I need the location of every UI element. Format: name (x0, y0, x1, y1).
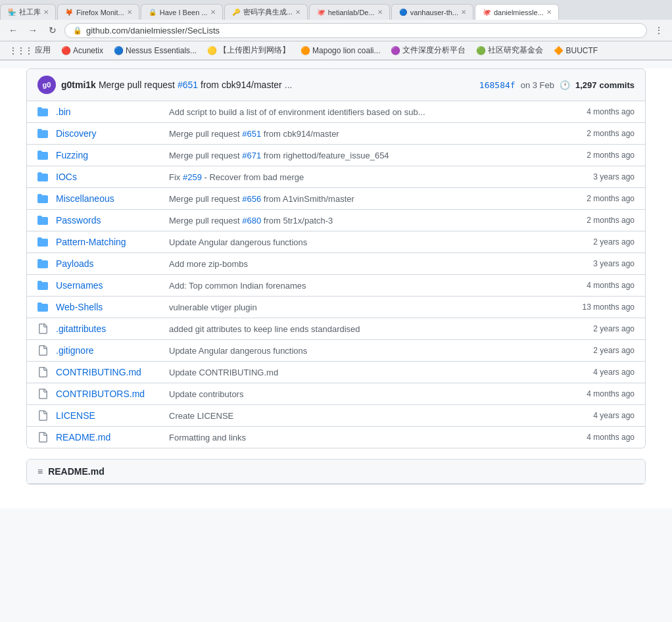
bookmark-apps[interactable]: ⋮⋮⋮ 应用 (5, 43, 55, 57)
tab-5[interactable]: 🐙 hetianlab/De... ✕ (309, 4, 390, 20)
bookmark-acunetix[interactable]: 🔴 Acunetix (57, 45, 107, 57)
table-row: README.mdFormatting and links4 months ag… (27, 427, 645, 448)
folder-icon (37, 172, 48, 182)
pr-number-link[interactable]: #651 (178, 80, 198, 90)
readme-title: README.md (48, 466, 105, 477)
commit-pr-link[interactable]: #680 (242, 216, 261, 226)
commit-pr-link[interactable]: #259 (183, 172, 202, 182)
bookmark-acunetix-icon: 🔴 (61, 46, 71, 55)
reload-button[interactable]: ↻ (45, 22, 60, 38)
tab-5-favicon: 🐙 (316, 8, 325, 17)
bookmark-mapogo[interactable]: 🟠 Mapogo lion coali... (297, 45, 384, 57)
commit-ellipsis: ... (285, 80, 293, 90)
file-name[interactable]: Fuzzing (56, 150, 161, 160)
table-row: Pattern-MatchingUpdate Angular dangerous… (27, 231, 645, 253)
table-row: IOCsFix #259 - Recover from bad merge3 y… (27, 166, 645, 188)
tab-6-title: vanhauser-th... (410, 9, 458, 16)
table-row: Web-Shellsvulnerable vtiger plugin13 mon… (27, 297, 645, 318)
tab-6-favicon: 🔵 (398, 8, 408, 17)
file-commit-message: Fix #259 - Recover from bad merge (169, 172, 554, 182)
commit-info: g0tmi1k Merge pull request #651 from cbk… (61, 80, 474, 90)
page-body: g0 g0tmi1k Merge pull request #651 from … (0, 68, 672, 508)
tab-2[interactable]: 🦊 Firefox Monit... ✕ (57, 4, 139, 20)
table-row: PayloadsAdd more zip-bombs3 years ago (27, 253, 645, 275)
extensions-button[interactable]: ⋮ (651, 22, 667, 38)
bookmark-apps-icon: ⋮⋮⋮ (9, 46, 33, 55)
tab-5-close[interactable]: ✕ (377, 9, 383, 16)
bookmark-mapogo-label: Mapogo lion coali... (312, 46, 380, 55)
bookmark-nessus[interactable]: 🔵 Nessus Essentials... (110, 45, 201, 57)
file-name[interactable]: IOCs (56, 172, 161, 182)
file-time: 13 months ago (562, 302, 635, 312)
tab-1[interactable]: 🏪 社工库 ✕ (0, 4, 56, 20)
commit-header: g0 g0tmi1k Merge pull request #651 from … (26, 68, 646, 101)
file-name[interactable]: CONTRIBUTING.md (56, 367, 161, 377)
tab-3[interactable]: 🔒 Have I Been ... ✕ (141, 4, 223, 20)
bookmark-upload-label: 【上传图片到网络】 (219, 45, 290, 56)
file-name[interactable]: Usernames (56, 280, 161, 291)
bookmarks-bar: ⋮⋮⋮ 应用 🔴 Acunetix 🔵 Nessus Essentials...… (0, 41, 672, 60)
file-commit-message: Merge pull request #656 from A1vinSmith/… (169, 194, 554, 204)
address-bar[interactable]: 🔒 github.com/danielmiessler/SecLists (64, 23, 647, 38)
file-name[interactable]: .gitignore (56, 345, 161, 356)
tab-7[interactable]: 🐙 danielmiessle... ✕ (475, 4, 559, 20)
commit-pr-link[interactable]: #671 (242, 151, 261, 160)
bookmark-fileanalysis-label: 文件深度分析平台 (402, 45, 466, 56)
bookmark-fileanalysis[interactable]: 🟣 文件深度分析平台 (387, 43, 469, 57)
file-name[interactable]: Payloads (56, 258, 161, 269)
table-row: FuzzingMerge pull request #671 from righ… (27, 145, 645, 166)
file-name[interactable]: Passwords (56, 215, 161, 226)
file-time: 2 months ago (562, 194, 635, 203)
bookmark-upload[interactable]: 🟡 【上传图片到网络】 (203, 43, 294, 57)
table-row: .gitattributesadded git attributes to ke… (27, 318, 645, 340)
tab-7-close[interactable]: ✕ (546, 9, 552, 16)
commit-hash[interactable]: 168584f (479, 80, 516, 90)
file-name[interactable]: README.md (56, 432, 161, 443)
commit-pr-link[interactable]: #656 (242, 194, 261, 204)
browser-chrome: 🏪 社工库 ✕ 🦊 Firefox Monit... ✕ 🔒 Have I Be… (0, 0, 672, 60)
file-commit-message: Add: Top common Indian forenames (169, 281, 554, 291)
forward-button[interactable]: → (25, 22, 41, 38)
folder-icon (37, 193, 48, 204)
bookmark-buuctf[interactable]: 🔶 BUUCTF (550, 45, 602, 57)
lock-icon: 🔒 (73, 26, 82, 35)
file-name[interactable]: Miscellaneous (56, 193, 161, 204)
commit-pr-link[interactable]: #651 (242, 129, 261, 139)
tab-6-close[interactable]: ✕ (461, 9, 466, 16)
tab-2-close[interactable]: ✕ (127, 9, 132, 16)
file-time: 2 months ago (562, 129, 635, 138)
file-commit-message: Merge pull request #680 from 5tr1x/patch… (169, 216, 554, 226)
folder-icon (37, 128, 48, 139)
tab-4-title: 密码字典生成... (243, 7, 293, 17)
readme-list-icon: ≡ (37, 466, 43, 477)
table-row: MiscellaneousMerge pull request #656 fro… (27, 188, 645, 210)
commit-from: from cbk914/master (201, 80, 282, 90)
tab-4-close[interactable]: ✕ (295, 9, 300, 16)
file-name[interactable]: Web-Shells (56, 302, 161, 312)
file-name[interactable]: LICENSE (56, 410, 161, 421)
folder-icon (37, 280, 48, 291)
file-name[interactable]: .bin (56, 107, 161, 117)
back-button[interactable]: ← (5, 22, 21, 38)
file-commit-message: Update contributors (169, 389, 554, 399)
table-row: CONTRIBUTING.mdUpdate CONTRIBUTING.md4 y… (27, 362, 645, 383)
file-name[interactable]: CONTRIBUTORS.md (56, 389, 161, 399)
folder-icon (37, 215, 48, 226)
file-icon (37, 323, 48, 334)
tab-4[interactable]: 🔑 密码字典生成... ✕ (224, 4, 308, 20)
tab-4-favicon: 🔑 (231, 8, 241, 17)
tab-3-close[interactable]: ✕ (210, 9, 216, 16)
bookmark-mapogo-icon: 🟠 (300, 46, 310, 55)
bookmark-community[interactable]: 🟢 社区研究基金会 (472, 43, 547, 57)
file-name[interactable]: Discovery (56, 128, 161, 139)
file-icon (37, 432, 48, 443)
file-time: 2 months ago (562, 151, 635, 160)
tab-1-close[interactable]: ✕ (43, 9, 49, 16)
table-row: PasswordsMerge pull request #680 from 5t… (27, 210, 645, 231)
tab-2-title: Firefox Monit... (76, 9, 124, 16)
avatar: g0 (37, 76, 56, 94)
tab-6[interactable]: 🔵 vanhauser-th... ✕ (391, 4, 473, 20)
file-name[interactable]: Pattern-Matching (56, 237, 161, 247)
committer-username[interactable]: g0tmi1k (61, 80, 96, 90)
file-name[interactable]: .gitattributes (56, 323, 161, 334)
